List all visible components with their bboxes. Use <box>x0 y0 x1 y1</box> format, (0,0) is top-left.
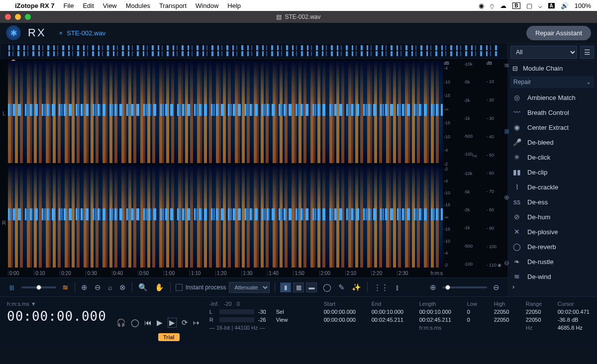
brand: RX <box>28 26 46 39</box>
menu-view[interactable]: View <box>103 2 117 9</box>
zoom-out-icon[interactable]: ⊖ <box>94 282 102 293</box>
module-de-clip[interactable]: ▮▮De-clip <box>510 165 594 180</box>
instant-process-checkbox[interactable] <box>176 284 183 291</box>
brush-tool-icon[interactable]: ✎ <box>337 282 346 293</box>
status-volume-icon: 🔊 <box>561 2 569 9</box>
hzoom-in-icon[interactable]: ⊕ <box>429 282 437 293</box>
headphones-icon[interactable]: 🎧 <box>116 318 126 327</box>
minimize-window-icon[interactable] <box>15 14 21 20</box>
module-de-bleed[interactable]: 🎤De-bleed <box>510 135 594 150</box>
blend-slider[interactable] <box>21 286 56 288</box>
channel-r-label: R <box>0 168 8 277</box>
zoom-in-icon[interactable]: ⊕ <box>80 282 89 293</box>
module-de-wind[interactable]: ≋De-wind <box>510 269 594 280</box>
menu-transport[interactable]: Transport <box>159 2 187 9</box>
status-battery-pct: 100% <box>575 2 591 9</box>
module-breath-control[interactable]: 〰Breath Control <box>510 105 594 120</box>
spectrogram-view-icon[interactable]: ≋ <box>61 282 70 293</box>
harmonics-icon[interactable]: ⫿ <box>395 282 400 292</box>
module-de-rustle[interactable]: ❧De-rustle <box>510 254 594 269</box>
spectrogram-editor[interactable]: L R dB -4-10-15-∞-15-10-4-2 -2-4-10-15-∞… <box>0 59 507 277</box>
spectrogram-channel-l[interactable] <box>8 61 443 163</box>
declick-icon: ✳ <box>512 153 521 162</box>
file-tab-label: STE-002.wav <box>67 29 105 37</box>
module-de-ess[interactable]: ssDe-ess <box>510 194 594 209</box>
sidebar-more[interactable]: › <box>510 280 594 293</box>
module-center-extract[interactable]: ◉Center Extract <box>510 120 594 135</box>
selection-info: SelView Start00:00:00.00000:00:00.000 En… <box>276 301 597 340</box>
menu-edit[interactable]: Edit <box>83 2 94 9</box>
follow-icon[interactable]: ↦ <box>193 318 199 327</box>
sidebar-list-icon[interactable]: ☰ <box>580 46 594 59</box>
close-window-icon[interactable] <box>5 14 11 20</box>
module-filter-select[interactable]: All <box>510 46 577 59</box>
chevron-down-icon: ⌄ <box>586 79 591 86</box>
spectrogram-channel-r[interactable] <box>8 165 443 268</box>
meter-bars-icon[interactable]: ⫼ <box>503 127 510 135</box>
zoom-reset-icon[interactable]: ⊗ <box>118 282 127 293</box>
time-ruler[interactable]: 0:000:100:200:300:400:501:001:101:201:30… <box>8 269 443 277</box>
traffic-lights[interactable] <box>5 14 31 20</box>
module-de-crackle[interactable]: ⌇De-crackle <box>510 180 594 194</box>
close-tab-icon[interactable]: × <box>59 29 63 37</box>
tf-select-icon[interactable]: ▦ <box>293 282 304 292</box>
status-battery-icon: ▢ <box>526 2 532 9</box>
module-ambience-match[interactable]: ◎Ambience Match <box>510 90 594 105</box>
play-icon[interactable]: ▶ <box>157 318 163 327</box>
zoom-selection-icon[interactable]: ⌕ <box>107 282 113 292</box>
status-cc-icon: ☁ <box>500 2 506 9</box>
module-de-plosive[interactable]: ✕De-plosive <box>510 224 594 239</box>
output-meters: -Inf.-200 L-30 R-26 — 16-bit | 44100 Hz … <box>209 301 266 340</box>
time-select-icon[interactable]: ▮ <box>280 282 291 292</box>
meter-zoom-in-icon[interactable]: ⊕ <box>504 193 509 201</box>
hzoom-slider[interactable] <box>442 286 487 288</box>
menu-file[interactable]: File <box>63 2 74 9</box>
module-chain-row[interactable]: ⊟ Module Chain <box>510 62 594 75</box>
selection-modes: ▮ ▦ ▬ <box>280 282 317 292</box>
status-wifi-icon: ⌵ <box>538 2 542 9</box>
breath-icon: 〰 <box>512 108 521 117</box>
editor-toolbar: ⫼ ≋ ⊕ ⊖ ⌕ ⊗ 🔍 ✋ Instant process Attenuat… <box>0 277 507 296</box>
module-list[interactable]: ◎Ambience Match 〰Breath Control ◉Center … <box>510 90 594 280</box>
rewind-icon[interactable]: ⏮ <box>144 318 152 327</box>
overview-waveform[interactable] <box>0 43 507 59</box>
meter-zoom-out-icon[interactable]: ⊖ <box>504 259 509 267</box>
hand-tool-icon[interactable]: ✋ <box>154 282 165 293</box>
wand-tool-icon[interactable]: ✨ <box>351 282 362 293</box>
play-selection-icon[interactable]: ▶ <box>168 318 177 328</box>
record-icon[interactable]: ◯ <box>131 318 139 327</box>
decrackle-icon: ⌇ <box>512 182 521 191</box>
instant-process-label: Instant process <box>186 284 226 291</box>
dehum-icon: ⊘ <box>512 212 521 221</box>
freq-scale: -10k-5k-2k-1k-500-100Hz -10k-5k-2k-1k-50… <box>463 59 483 277</box>
module-de-reverb[interactable]: ◯De-reverb <box>510 239 594 254</box>
status-a-icon: A <box>548 3 555 8</box>
link-channels-icon[interactable]: ⋮⋮ <box>373 282 390 293</box>
lasso-tool-icon[interactable]: ◯ <box>322 282 332 293</box>
menu-help[interactable]: Help <box>227 2 241 9</box>
time-format-label[interactable]: h:m:s.ms ▼ <box>7 301 106 307</box>
module-de-hum[interactable]: ⊘De-hum <box>510 209 594 224</box>
repair-assistant-button[interactable]: Repair Assistant <box>526 26 591 40</box>
module-de-click[interactable]: ✳De-click <box>510 150 594 165</box>
loop-icon[interactable]: ⟳ <box>182 318 188 327</box>
search-icon[interactable]: 🔍 <box>137 282 149 293</box>
hzoom-out-icon[interactable]: ⊖ <box>492 282 500 293</box>
menubar-app[interactable]: iZotope RX 7 <box>15 2 54 9</box>
process-mode-select[interactable]: Attenuate <box>229 282 270 293</box>
overview-channel-r <box>8 51 499 56</box>
module-group-header[interactable]: Repair ⌄ <box>510 76 594 88</box>
meter-waves-icon[interactable]: ≋ <box>504 62 509 69</box>
derustle-icon: ❧ <box>512 257 521 266</box>
menu-window[interactable]: Window <box>196 2 218 9</box>
status-record-icon: ◉ <box>479 2 484 9</box>
declip-icon: ▮▮ <box>512 168 521 177</box>
file-tab[interactable]: × STE-002.wav <box>53 29 112 37</box>
maximize-window-icon[interactable] <box>25 14 31 20</box>
freq-select-icon[interactable]: ▬ <box>306 282 317 292</box>
menu-modules[interactable]: Modules <box>126 2 150 9</box>
dewind-icon: ≋ <box>512 272 521 280</box>
level-meter: dB - 10 - 20 - 30 - 40 - 50 - 60 - 70 - … <box>483 59 507 277</box>
window-titlebar: ▤ STE-002.wav <box>0 11 597 23</box>
waveform-view-icon[interactable]: ⫼ <box>7 282 16 292</box>
